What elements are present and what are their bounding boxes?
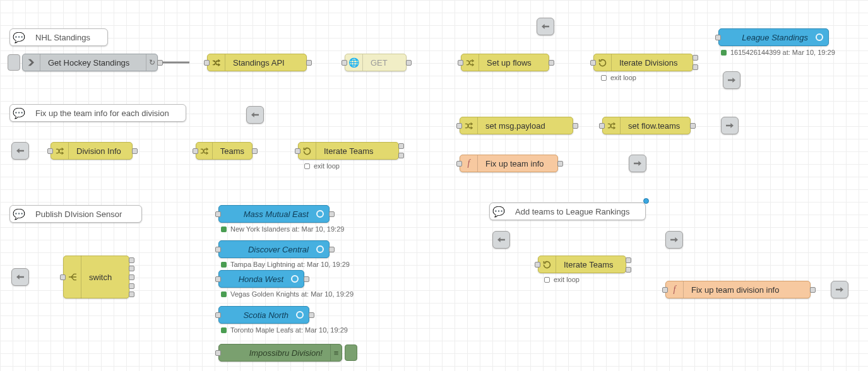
shuffle-icon <box>460 117 478 134</box>
change-set-up-flows[interactable]: Set up flows <box>461 54 549 71</box>
output-port[interactable] <box>129 292 134 297</box>
output-port[interactable] <box>157 60 163 66</box>
output-port[interactable] <box>329 211 335 217</box>
loop-iterate-teams-2[interactable]: Iterate Teams <box>538 256 626 273</box>
function-fix-team-info[interactable]: f Fix up team info <box>460 155 558 172</box>
output-port[interactable] <box>306 60 312 66</box>
output-port[interactable] <box>693 64 698 70</box>
input-port[interactable] <box>215 211 221 217</box>
status-central: Tampa Bay Lightning at: Mar 10, 19:29 <box>221 261 350 268</box>
debug-toggle[interactable] <box>316 210 324 218</box>
change-set-flow-teams[interactable]: set flow.teams <box>602 117 691 134</box>
input-port[interactable] <box>458 60 463 66</box>
output-port[interactable] <box>129 266 134 271</box>
input-port[interactable] <box>599 123 605 129</box>
output-port[interactable] <box>693 55 698 61</box>
output-port[interactable] <box>304 276 309 282</box>
output-port[interactable] <box>132 148 138 154</box>
debug-toggle[interactable] <box>291 275 299 283</box>
status-league-standings: 1615426144399 at: Mar 10, 19:29 <box>721 49 835 56</box>
debug-impossibru[interactable]: Impossibru Division! ≡ <box>218 344 342 362</box>
input-port[interactable] <box>590 60 596 66</box>
http-request-get[interactable]: 🌐 GET <box>345 54 407 71</box>
link-out-node[interactable] <box>665 231 683 249</box>
output-port[interactable] <box>398 153 404 158</box>
sensor-scotia-north[interactable]: Scotia North <box>218 306 309 324</box>
sensor-honda-west[interactable]: Honda West <box>218 270 304 288</box>
output-port[interactable] <box>129 257 134 263</box>
link-in-node[interactable] <box>492 231 510 249</box>
loop-icon <box>538 256 556 273</box>
debug-league-standings[interactable]: League Standings <box>718 28 829 46</box>
comment-fix-team-info[interactable]: 💬 Fix up the team info for each division <box>9 104 186 122</box>
comment-icon: 💬 <box>10 206 28 222</box>
debug-toggle[interactable] <box>296 311 304 319</box>
input-port[interactable] <box>342 60 347 66</box>
inject-button[interactable] <box>8 54 20 71</box>
inject-get-hockey[interactable]: Get Hockey Standings ↻ <box>22 54 158 71</box>
debug-toggle-button[interactable] <box>345 344 357 361</box>
node-label: League Standings <box>719 33 816 42</box>
input-port[interactable] <box>215 312 221 318</box>
output-port[interactable] <box>626 257 631 263</box>
input-port[interactable] <box>215 350 221 356</box>
link-in-node[interactable] <box>246 106 264 124</box>
link-out-node[interactable] <box>831 281 848 298</box>
function-fix-team-division-info[interactable]: f Fix up team division info <box>665 281 811 298</box>
loop-iterate-divisions[interactable]: Iterate Divisions <box>593 54 693 71</box>
link-in-node[interactable] <box>11 268 29 286</box>
input-port[interactable] <box>715 35 721 40</box>
function-icon: f <box>460 155 478 172</box>
comment-nhl-standings[interactable]: 💬 NHL Standings <box>9 28 108 46</box>
input-port[interactable] <box>535 262 540 268</box>
input-port[interactable] <box>60 274 66 280</box>
comment-publish-division[interactable]: 💬 Publish DIvision Sensor <box>9 205 142 223</box>
switch-node[interactable]: switch <box>63 256 129 298</box>
output-port[interactable] <box>398 143 404 149</box>
output-port[interactable] <box>557 161 563 167</box>
input-port[interactable] <box>662 287 668 293</box>
comment-icon: 💬 <box>10 105 28 121</box>
node-label: Division Info <box>69 146 132 156</box>
sensor-discover-central[interactable]: Discover Central <box>218 240 330 258</box>
output-port[interactable] <box>549 60 554 66</box>
node-label: Standings API <box>225 58 306 68</box>
status-exit-loop: exit loop <box>544 276 580 283</box>
comment-add-teams-rankings[interactable]: 💬 Add teams to League Rankings <box>489 203 646 220</box>
status-east: New York Islanders at: Mar 10, 19:29 <box>221 225 344 233</box>
comment-icon: 💬 <box>490 203 508 220</box>
sensor-mass-mutual-east[interactable]: Mass Mutual East <box>218 205 330 223</box>
link-out-node[interactable] <box>723 71 740 89</box>
debug-toggle[interactable] <box>816 33 823 41</box>
output-port[interactable] <box>810 287 816 293</box>
input-port[interactable] <box>295 148 300 154</box>
input-port[interactable] <box>456 123 462 129</box>
link-in-node[interactable] <box>11 142 29 160</box>
input-port[interactable] <box>456 161 462 167</box>
input-port[interactable] <box>215 276 221 282</box>
change-set-msg-payload[interactable]: set msg.payload <box>460 117 573 134</box>
output-port[interactable] <box>129 283 134 289</box>
link-in-node[interactable] <box>537 18 554 35</box>
output-port[interactable] <box>329 247 335 252</box>
shuffle-icon <box>461 54 479 71</box>
change-teams[interactable]: Teams <box>196 142 253 160</box>
output-port[interactable] <box>129 274 134 280</box>
input-port[interactable] <box>204 60 210 66</box>
link-out-node[interactable] <box>629 155 646 172</box>
change-division-info[interactable]: Division Info <box>51 142 133 160</box>
output-port[interactable] <box>309 312 314 318</box>
output-port[interactable] <box>573 123 578 129</box>
output-port[interactable] <box>252 148 258 154</box>
link-out-node[interactable] <box>721 117 739 134</box>
output-port[interactable] <box>406 60 412 66</box>
debug-toggle[interactable] <box>316 245 324 253</box>
input-port[interactable] <box>193 148 198 154</box>
change-standings-api[interactable]: Standings API <box>207 54 307 71</box>
input-port[interactable] <box>215 247 221 252</box>
output-port[interactable] <box>626 267 631 273</box>
output-port[interactable] <box>690 123 696 129</box>
loop-iterate-teams[interactable]: Iterate Teams <box>298 142 399 160</box>
node-label: Set up flows <box>479 58 549 68</box>
input-port[interactable] <box>47 148 53 154</box>
